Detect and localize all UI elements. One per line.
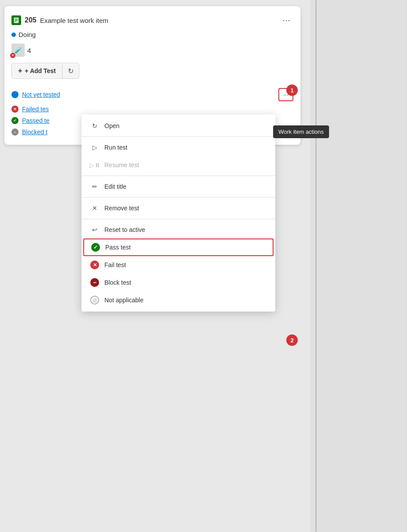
work-item-type-icon <box>11 15 21 25</box>
svg-rect-1 <box>15 19 18 19</box>
menu-pass-label: Pass test <box>105 244 131 251</box>
menu-item-pass-test[interactable]: Pass test <box>83 238 274 256</box>
menu-item-remove-test[interactable]: ✕ Remove test <box>81 199 275 217</box>
svg-rect-2 <box>15 20 18 20</box>
page-background: 205 Example test work item ⋯ Doing 🧪 4 + <box>0 0 407 532</box>
annotation-badge-2: 2 <box>286 334 298 346</box>
status-blocked-icon: − <box>11 128 18 136</box>
card-title-row: 205 Example test work item <box>11 15 108 25</box>
list-item: Not yet tested ··· <box>11 86 293 103</box>
menu-item-run-test[interactable]: ▷ Run test <box>81 139 275 156</box>
menu-resume-label: Resume test <box>104 161 139 169</box>
work-item-title: Example test work item <box>40 17 108 24</box>
menu-item-fail-test[interactable]: Fail test <box>81 256 275 274</box>
right-panel <box>310 0 407 532</box>
remove-icon: ✕ <box>90 204 99 213</box>
status-passed-icon: ✓ <box>11 117 18 124</box>
card-header: 205 Example test work item ⋯ <box>11 13 293 27</box>
test-link-nyt[interactable]: Not yet tested <box>22 91 60 98</box>
menu-item-not-applicable[interactable]: Not applicable <box>81 291 275 309</box>
status-dot-icon <box>11 33 16 37</box>
work-item-id: 205 <box>25 16 37 24</box>
menu-edit-label: Edit title <box>104 183 126 190</box>
check-mark: ✓ <box>13 118 17 123</box>
card-more-button[interactable]: ⋯ <box>279 13 293 27</box>
add-test-label: + Add Test <box>25 67 56 74</box>
status-failed-icon: ✕ <box>11 106 18 113</box>
menu-na-label: Not applicable <box>104 297 144 304</box>
status-label: Doing <box>18 31 36 38</box>
minus-mark: − <box>14 130 16 135</box>
refresh-button[interactable]: ↻ <box>63 64 79 78</box>
menu-open-label: Open <box>104 122 119 129</box>
context-menu: ↻ Open ▷ Run test ▷⏸ Resume test ✏ Edit … <box>81 114 275 312</box>
block-minus-icon <box>90 278 99 287</box>
menu-separator <box>81 136 275 137</box>
list-item: ✕ Failed tes <box>11 103 293 115</box>
annotation-badge-1: 1 <box>286 84 298 96</box>
test-type-svg <box>13 17 19 23</box>
menu-separator <box>81 197 275 198</box>
na-icon <box>90 296 99 305</box>
work-item-actions-tooltip: Work item actions <box>273 125 329 138</box>
menu-reset-label: Reset to active <box>104 226 145 233</box>
menu-run-label: Run test <box>104 144 127 151</box>
menu-item-edit-title[interactable]: ✏ Edit title <box>81 178 275 195</box>
test-icon-badge: 🧪 <box>11 44 25 57</box>
toolbar-row: + + Add Test ↻ <box>11 63 79 79</box>
menu-separator <box>81 176 275 176</box>
fail-x-icon <box>90 260 99 269</box>
menu-item-resume-test: ▷⏸ Resume test <box>81 156 275 174</box>
menu-fail-label: Fail test <box>104 261 126 268</box>
menu-item-block-test[interactable]: Block test <box>81 274 275 291</box>
refresh-icon: ↻ <box>68 67 74 75</box>
card-status-row: Doing <box>11 31 293 38</box>
x-mark: ✕ <box>13 107 17 111</box>
status-not-tested-icon <box>11 91 18 98</box>
plus-icon: + <box>18 67 22 75</box>
right-panel-line <box>315 0 317 532</box>
edit-icon: ✏ <box>90 182 99 191</box>
test-link-passed[interactable]: Passed te <box>22 117 49 124</box>
menu-block-label: Block test <box>104 279 131 286</box>
open-icon: ↻ <box>90 121 99 130</box>
add-test-button[interactable]: + + Add Test <box>12 64 62 78</box>
test-count: 4 <box>27 47 31 54</box>
pass-check-icon <box>91 243 100 252</box>
test-count-row: 🧪 4 <box>11 44 293 57</box>
menu-item-open[interactable]: ↻ Open <box>81 117 275 135</box>
menu-remove-label: Remove test <box>104 205 139 212</box>
menu-separator <box>81 219 275 219</box>
test-link-blocked[interactable]: Blocked t <box>22 128 48 136</box>
test-link-failed[interactable]: Failed tes <box>22 106 49 113</box>
resume-icon: ▷⏸ <box>90 161 99 169</box>
run-icon: ▷ <box>90 143 99 152</box>
svg-rect-3 <box>15 21 17 22</box>
more-dots-icon: ⋯ <box>282 15 290 25</box>
error-dot-icon <box>10 53 15 58</box>
reset-icon: ↩ <box>90 225 99 234</box>
menu-item-reset-active[interactable]: ↩ Reset to active <box>81 221 275 238</box>
flask-icon: 🧪 <box>15 47 22 54</box>
